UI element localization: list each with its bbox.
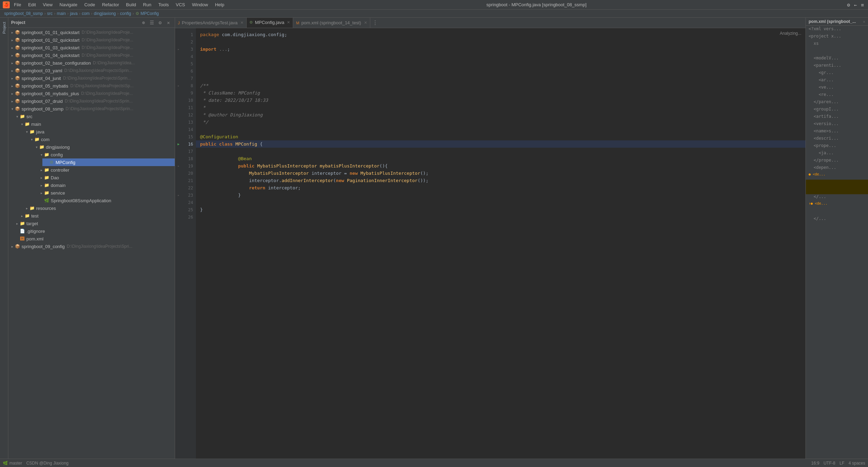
tree-item-java[interactable]: 📁 java [23,128,175,136]
tree-item-mpconfig[interactable]: ⚙ MPConfig [42,158,175,166]
breadcrumb-dingjiaxiong[interactable]: dingjiaxiong [94,11,116,16]
menu-view[interactable]: View [40,1,55,8]
tree-item-config[interactable]: 📁 config [38,151,175,158]
breadcrumb-java[interactable]: java [70,11,77,16]
rp-line-11: </paren... [806,99,868,107]
gutter-3[interactable]: ▸ [175,46,182,53]
pomxml-icon: 🅼 [19,236,25,241]
add-icon[interactable]: ⊕ [140,19,147,26]
menu-build[interactable]: Build [123,1,139,8]
tree-item-module9[interactable]: 📦 springboot_06_mybatis_plus D:\DingJiax… [8,90,175,97]
tree-label-module8: springboot_05_mybatis [22,83,68,89]
gutter-23[interactable]: ▸ [175,191,182,199]
tree-item-module6[interactable]: 📦 springboot_03_yaml D:\DingJiaxiong\Ide… [8,67,175,74]
breadcrumb-src[interactable]: src [47,11,52,16]
tree-item-dingjiaxiong[interactable]: 📁 dingjiaxiong [33,143,175,151]
status-git: 🌿 master [3,461,22,466]
close-panel-icon[interactable]: ✕ [165,19,172,26]
tree-path-module8: D:\DingJiaxiong\IdeaProjects\Sp... [70,83,133,88]
tree-item-controller[interactable]: 📁 controller [38,166,175,174]
status-copyright: CSDN @Ding Jiaxiong [26,461,69,466]
tree-item-module8[interactable]: 📦 springboot_05_mybatis D:\DingJiaxiong\… [8,82,175,90]
menu-run[interactable]: Run [140,1,154,8]
tree-item-module1[interactable]: 📦 springboot_01_01_quickstart D:\DingJia… [8,28,175,36]
layout-icon[interactable]: ☰ [148,19,155,26]
tree-item-src[interactable]: 📁 src [13,113,175,120]
breadcrumb-config[interactable]: config [120,11,131,16]
arrow-target [15,221,19,226]
menu-help[interactable]: Help [212,1,227,8]
gutter-17 [175,148,182,155]
properties-icon[interactable]: ≡ [860,2,865,8]
tab-close-pomxml[interactable]: ✕ [364,21,367,25]
dao-icon: 📁 [44,175,49,180]
menu-navigate[interactable]: Navigate [57,1,80,8]
tree-item-module-09[interactable]: 📦 springboot_09_config D:\DingJiaxiong\I… [8,243,175,250]
breadcrumb-mpconfig-label[interactable]: MPConfig [141,11,159,16]
tree-item-module10[interactable]: 📦 springboot_07_druid D:\DingJiaxiong\Id… [8,97,175,105]
menu-vcs[interactable]: VCS [173,1,188,8]
gutter-16[interactable]: ▶ [175,140,182,148]
tree-label-module5: springboot_02_base_configuration [22,60,91,66]
tab-propertiestest[interactable]: J PropertiesAndArgsTest.java ✕ [175,18,247,28]
tree-item-module5[interactable]: 📦 springboot_02_base_configuration D:\Di… [8,59,175,67]
menu-code[interactable]: Code [82,1,98,8]
tree-item-module3[interactable]: 📦 springboot_01_03_quickstart D:\DingJia… [8,44,175,51]
menu-tools[interactable]: Tools [156,1,172,8]
kw-new-20: new [349,171,357,176]
tree-label-module4: springboot_01_04_quickstart [22,53,80,58]
settings-icon[interactable]: ⚙ [846,2,851,8]
tab-close-propertiestest[interactable]: ✕ [240,21,243,25]
gutter-25 [175,206,182,213]
tree-label-src: src [26,114,32,119]
encoding-text: UTF-8 [824,461,835,466]
tab-close-mpconfig[interactable]: ✕ [287,20,290,25]
menu-edit[interactable]: Edit [25,1,39,8]
tree-path-module5: D:\DingJiaxiong\Idea... [93,60,135,65]
tree-label-test: test [31,213,39,219]
tree-item-ssmp[interactable]: 📦 springboot_08_ssmp D:\DingJiaxiong\Ide… [8,105,175,113]
var-interceptor-21: interceptor [249,178,279,183]
tree-item-test[interactable]: 📁 test [18,212,175,220]
breadcrumb-com[interactable]: com [82,11,90,16]
tab-mpconfig[interactable]: ⚙ MPConfig.java ✕ [247,18,294,28]
menu-file[interactable]: File [11,1,24,8]
breadcrumb-mpconfig[interactable]: ⚙ [135,11,139,16]
gutter-12 [175,111,182,118]
panel-header: Project ⊕ ☰ ⚙ ✕ [8,18,175,28]
sidebar-tab-project[interactable]: Project [1,19,8,36]
tree-item-com[interactable]: 📁 com [28,136,175,143]
tree-item-dao[interactable]: 📁 Dao [38,174,175,181]
tree-item-domain[interactable]: 📁 domain [38,181,175,189]
gutter-19[interactable]: ▸ [175,162,182,170]
gutter-9 [175,89,182,97]
gutter-8[interactable]: ▸ [175,82,182,89]
back-icon[interactable]: ← [853,2,858,8]
ln-22: 22 [182,184,196,191]
right-panel-close[interactable]: ✕ [863,19,865,24]
tree-item-service[interactable]: 📁 service [38,189,175,197]
menu-refactor[interactable]: Refactor [99,1,122,8]
tree-item-main[interactable]: 📁 main [18,120,175,128]
tree-item-module2[interactable]: 📦 springboot_01_02_quickstart D:\DingJia… [8,36,175,44]
tree-item-module7[interactable]: 📦 springboot_04_junit D:\DingJiaxiong\Id… [8,74,175,82]
ln-13: 13 [182,118,196,126]
breadcrumb-project[interactable]: springboot_08_ssmp [4,11,43,16]
tab-pomxml[interactable]: M pom.xml (springboot_14_test) ✕ [293,18,370,28]
com-icon: 📁 [34,137,40,142]
gutter-6 [175,67,182,75]
breadcrumb-main[interactable]: main [57,11,66,16]
tabs-more-icon[interactable]: ⋮ [370,19,380,26]
gutter-13 [175,118,182,126]
menu-window[interactable]: Window [189,1,211,8]
tree-item-module4[interactable]: 📦 springboot_01_04_quickstart D:\DingJia… [8,51,175,59]
code-content[interactable]: Analyzing... package com.dingjiaxiong.co… [196,28,805,459]
project-panel: Project ⊕ ☰ ⚙ ✕ 📦 springboot_01_01_quick… [8,18,175,459]
tree-item-resources[interactable]: 📁 resources [23,204,175,212]
settings-panel-icon[interactable]: ⚙ [157,19,164,26]
tree-item-pomxml[interactable]: 🅼 pom.xml [13,235,175,243]
tree-item-application[interactable]: 🌿 Springboot08SsmpApplication [38,197,175,204]
tree-item-target[interactable]: 📁 target [13,220,175,227]
tree-item-gitignore[interactable]: 📄 .gitignore [13,227,175,235]
status-lf: LF [840,461,844,466]
